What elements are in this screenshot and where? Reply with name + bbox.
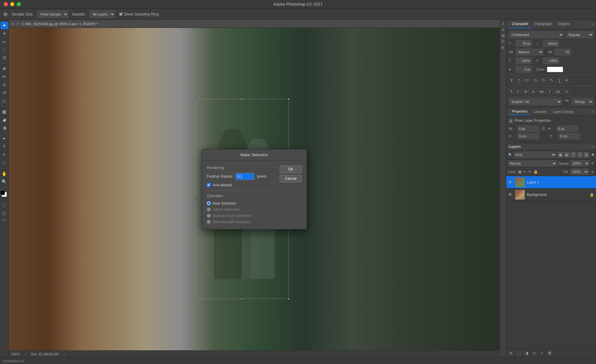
- superscript-btn[interactable]: T¹: [540, 78, 547, 83]
- gradient-tool[interactable]: ▦: [1, 108, 8, 115]
- hand-tool[interactable]: ✋: [1, 170, 8, 177]
- show-sampling-ring-label[interactable]: Show Sampling Ring: [119, 12, 159, 16]
- pen-tool[interactable]: ✒: [1, 135, 8, 142]
- eyedropper-tool[interactable]: ✦: [1, 22, 8, 29]
- lock-position-btn[interactable]: ✛: [528, 170, 531, 174]
- v-scale-input[interactable]: 100%: [543, 57, 559, 64]
- fx-button[interactable]: fx: [508, 350, 514, 356]
- quick-mask-tool[interactable]: ⬚: [1, 201, 8, 209]
- opacity-select[interactable]: 100%: [571, 160, 589, 166]
- info-icon[interactable]: ℹ: [503, 22, 504, 26]
- strikethrough-btn[interactable]: T: [564, 78, 570, 83]
- tab-paragraph[interactable]: Paragraph: [531, 20, 555, 29]
- all-caps-btn[interactable]: TT: [523, 78, 531, 83]
- old-style-btn[interactable]: St: [522, 89, 529, 94]
- new-group-button[interactable]: ▭: [531, 350, 538, 356]
- ok-button[interactable]: OK: [280, 166, 302, 173]
- fractions-btn[interactable]: A: [530, 89, 536, 94]
- new-layer-button[interactable]: +: [540, 350, 544, 356]
- tab-glyphs[interactable]: Glyphs: [555, 20, 573, 29]
- tracking-input[interactable]: 70: [555, 49, 571, 55]
- titling-btn[interactable]: 1st: [554, 89, 562, 94]
- sample-select[interactable]: All Layers: [89, 11, 115, 18]
- layer-row-background[interactable]: 👁 Background 🔒: [506, 189, 596, 201]
- screen-mode-tool[interactable]: ▢: [1, 209, 8, 217]
- h-scale-input[interactable]: 100%: [516, 57, 532, 64]
- h-input[interactable]: 0 px: [557, 126, 578, 132]
- feather-input[interactable]: 0,1: [236, 173, 254, 180]
- minimize-button[interactable]: [10, 2, 14, 6]
- swash-btn[interactable]: T: [547, 89, 553, 94]
- show-sampling-ring-checkbox[interactable]: [119, 12, 123, 16]
- font-size-input[interactable]: 20 pt: [516, 40, 532, 47]
- delete-layer-button[interactable]: 🗑: [546, 350, 553, 356]
- character-panel-menu[interactable]: ≡: [591, 22, 594, 26]
- new-selection-radio[interactable]: [207, 201, 211, 205]
- subscript-btn[interactable]: T₁: [548, 78, 555, 83]
- language-select[interactable]: English: UK: [509, 98, 562, 105]
- layers-menu-icon[interactable]: ≡: [591, 144, 594, 149]
- history-brush-tool[interactable]: ↺: [1, 89, 8, 96]
- font-family-select[interactable]: Chalkboard: [509, 31, 564, 38]
- subtract-from-selection-radio[interactable]: [207, 214, 211, 218]
- filter-smart-btn[interactable]: ⊛: [584, 152, 589, 158]
- crop-tool[interactable]: ⊡: [1, 54, 8, 61]
- filter-adjustment-btn[interactable]: ◐: [564, 152, 570, 158]
- w-input[interactable]: 0 px: [517, 126, 539, 132]
- adjustment-button[interactable]: ◑: [524, 350, 530, 356]
- tab-close-icon[interactable]: ×: [12, 21, 14, 26]
- kerning-select[interactable]: Metrics: [516, 49, 544, 55]
- filter-type-select[interactable]: Kind: [514, 152, 556, 158]
- filter-toggle-dot[interactable]: [592, 153, 594, 156]
- shape-tool[interactable]: □: [1, 159, 8, 166]
- bold-btn[interactable]: T: [509, 78, 515, 83]
- baseline-input[interactable]: 0 pt: [516, 66, 532, 73]
- path-select-tool[interactable]: ↖: [1, 151, 8, 158]
- intersect-with-selection-radio[interactable]: [207, 220, 211, 224]
- tab-libraries[interactable]: Libraries: [531, 108, 550, 115]
- small-caps-btn[interactable]: Tt: [532, 78, 539, 83]
- contextual-btn[interactable]: ½: [563, 89, 570, 94]
- fg-color-swatch[interactable]: [0, 190, 5, 195]
- x-input[interactable]: 0 cm: [517, 133, 539, 139]
- add-to-selection-radio[interactable]: [207, 207, 211, 211]
- adjustments-icon[interactable]: ◐: [502, 45, 505, 49]
- tab-character[interactable]: Character: [509, 20, 531, 29]
- lock-image-btn[interactable]: ✏: [523, 170, 526, 174]
- anti-aliased-checkbox[interactable]: [207, 183, 211, 187]
- spot-heal-tool[interactable]: ⊕: [1, 65, 8, 72]
- grid-icon[interactable]: ⊞: [502, 39, 504, 43]
- color-icon[interactable]: ◈: [502, 28, 504, 32]
- layer1-eye-icon[interactable]: 👁: [508, 180, 513, 185]
- more-tools[interactable]: •••: [2, 219, 6, 222]
- underline-btn[interactable]: T: [557, 78, 562, 83]
- tab-properties[interactable]: Properties: [509, 108, 531, 115]
- sample-size-select[interactable]: Point Sample: [37, 11, 68, 18]
- close-button[interactable]: [4, 2, 8, 6]
- filter-type-btn[interactable]: T: [571, 152, 576, 158]
- move-tool[interactable]: ✛: [1, 30, 8, 37]
- leading-input[interactable]: (Auto): [543, 40, 559, 47]
- properties-panel-menu[interactable]: ≡: [591, 109, 594, 114]
- lasso-tool[interactable]: ◌: [1, 46, 8, 53]
- tab-layer-comps[interactable]: Layer Comps: [550, 108, 576, 115]
- blend-mode-select[interactable]: Normal: [508, 160, 557, 166]
- maximize-button[interactable]: [17, 2, 21, 6]
- clone-tool[interactable]: ⊙: [1, 81, 8, 88]
- fill-select[interactable]: 100%: [570, 169, 589, 175]
- selection-tool[interactable]: ▭: [1, 38, 8, 45]
- zoom-tool[interactable]: 🔍: [1, 178, 8, 185]
- blur-tool[interactable]: ◕: [1, 116, 8, 123]
- eraser-tool[interactable]: ◻: [1, 97, 8, 104]
- filter-pixel-btn[interactable]: ▦: [558, 152, 563, 158]
- text-color-swatch[interactable]: [547, 67, 563, 72]
- aa-select[interactable]: Strong: [572, 98, 594, 105]
- italic-btn[interactable]: T: [516, 78, 522, 83]
- layer-row-layer1[interactable]: 👁 Layer 1: [506, 176, 596, 189]
- faux-bold-btn[interactable]: fi: [509, 89, 514, 94]
- type-tool[interactable]: T: [1, 143, 8, 150]
- cancel-button[interactable]: Cancel: [280, 175, 302, 182]
- background-eye-icon[interactable]: 👁: [508, 192, 513, 197]
- ligatures-btn[interactable]: fi: [516, 89, 521, 94]
- y-input[interactable]: 0 cm: [558, 133, 580, 139]
